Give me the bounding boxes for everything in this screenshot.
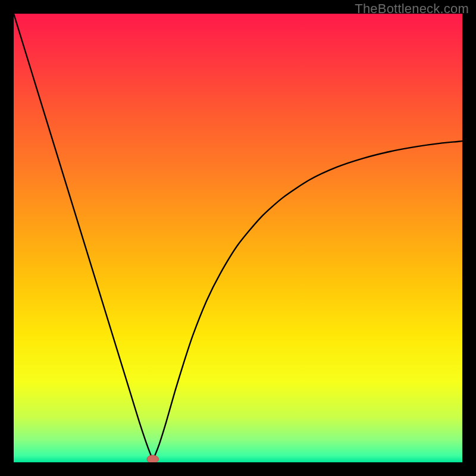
watermark-text: TheBottleneck.com — [355, 1, 469, 17]
chart-svg — [14, 14, 462, 462]
optimum-marker — [147, 455, 159, 462]
chart-container: TheBottleneck.com — [0, 0, 476, 476]
plot-area — [14, 14, 462, 462]
gradient-background — [14, 14, 462, 462]
